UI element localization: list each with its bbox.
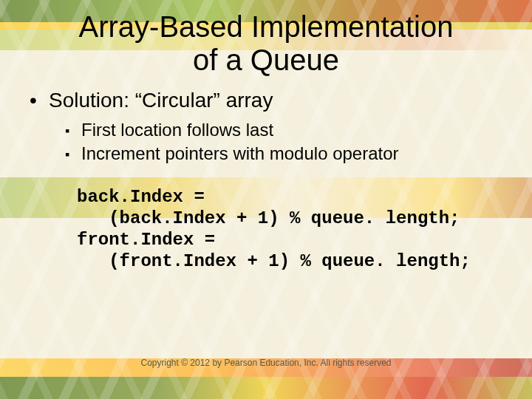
title-line-1: Array-Based Implementation [79, 10, 454, 43]
code-block: back.Index = (back.Index + 1) % queue. l… [77, 186, 502, 273]
bullet-level-2: First location follows last [65, 120, 502, 140]
title-line-2: of a Queue [193, 44, 339, 76]
bullet-level-1: Solution: “Circular” array [34, 89, 502, 112]
slide: Array-Based Implementation of a Queue So… [0, 0, 532, 399]
copyright-footer: Copyright © 2012 by Pearson Education, I… [0, 358, 532, 368]
slide-content: Array-Based Implementation of a Queue So… [0, 0, 532, 399]
slide-title: Array-Based Implementation of a Queue [30, 10, 502, 77]
bullet-level-2: Increment pointers with modulo operator [65, 143, 502, 164]
bullet-list: Solution: “Circular” array First locatio… [34, 89, 502, 164]
